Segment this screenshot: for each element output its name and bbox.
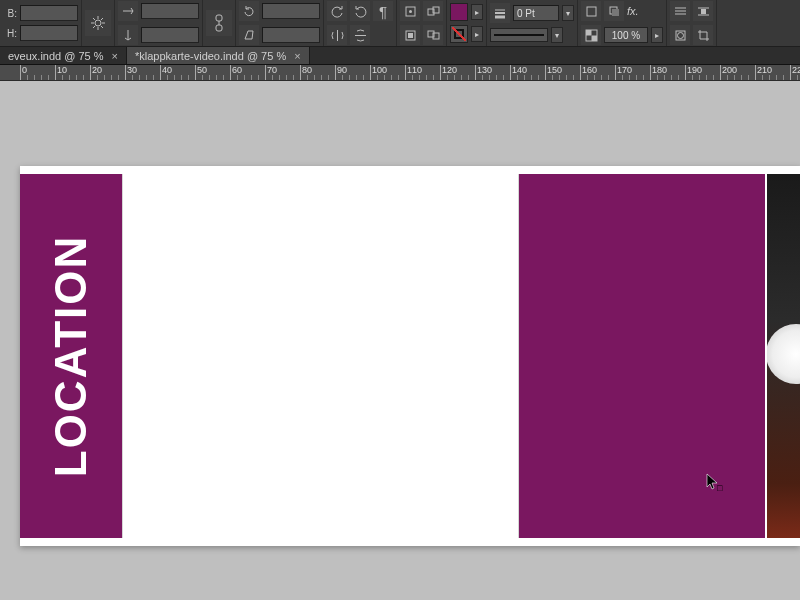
wrap-invert-icon[interactable] (670, 25, 690, 45)
document-tabs: eveux.indd @ 75 % × *klappkarte-video.in… (0, 47, 800, 65)
svg-rect-32 (701, 9, 706, 14)
svg-point-36 (677, 32, 683, 38)
ruler-tick-label: 60 (232, 65, 242, 75)
ruler-tick (160, 65, 161, 81)
ruler-tick-label: 30 (127, 65, 137, 75)
rotate-cw-icon[interactable] (350, 1, 370, 21)
left-purple-panel[interactable]: LOCATION (20, 174, 122, 538)
page-bottom-margin (20, 538, 800, 546)
ruler-tick-label: 40 (162, 65, 172, 75)
ruler-tick (265, 65, 266, 81)
center-white-panel[interactable] (122, 174, 519, 538)
canvas-area[interactable]: LOCATION □ (0, 81, 800, 600)
ruler-tick-label: 150 (547, 65, 562, 75)
ruler-tick (90, 65, 91, 81)
rotate-input[interactable] (262, 3, 320, 19)
ruler-tick-label: 10 (57, 65, 67, 75)
rotate-ccw-icon[interactable] (327, 1, 347, 21)
scale-x-icon (118, 1, 138, 21)
scale-y-input[interactable] (141, 27, 199, 43)
object-select-group (397, 0, 447, 46)
svg-rect-23 (587, 7, 596, 16)
svg-line-8 (93, 26, 95, 28)
ruler-tick (545, 65, 546, 81)
flip-v-icon[interactable] (350, 25, 370, 45)
appearance-toggle-group (82, 0, 115, 46)
ruler-tick-label: 190 (687, 65, 702, 75)
stroke-style-dropdown-icon[interactable]: ▾ (551, 27, 563, 43)
close-icon[interactable]: × (294, 50, 300, 62)
opacity-dropdown-icon[interactable]: ▸ (651, 27, 663, 43)
svg-point-13 (409, 10, 412, 13)
document-tab[interactable]: *klappkarte-video.indd @ 75 % × (127, 47, 310, 64)
svg-rect-27 (586, 30, 592, 36)
select-prev-icon[interactable] (423, 1, 443, 21)
svg-line-5 (93, 18, 95, 20)
ruler-tick (335, 65, 336, 81)
crop-icon[interactable] (693, 25, 713, 45)
fill-swatch[interactable] (450, 3, 468, 21)
ruler-tick (475, 65, 476, 81)
corner-options-icon[interactable] (581, 1, 601, 21)
ruler-tick (685, 65, 686, 81)
link-icon[interactable] (206, 10, 232, 36)
svg-rect-10 (216, 25, 222, 31)
photo-sliver[interactable] (767, 174, 800, 538)
text-wrap-group (667, 0, 717, 46)
page-top-margin (20, 166, 800, 174)
scale-x-input[interactable] (141, 3, 199, 19)
svg-line-7 (101, 18, 103, 20)
close-icon[interactable]: × (112, 50, 118, 62)
document-tab-label: eveux.indd @ 75 % (8, 50, 104, 62)
height-input[interactable] (20, 25, 78, 41)
select-next-icon[interactable] (423, 25, 443, 45)
svg-line-6 (101, 26, 103, 28)
right-purple-panel[interactable] (519, 174, 765, 538)
paragraph-icon[interactable]: ¶ (373, 1, 393, 21)
document-page[interactable]: LOCATION (20, 166, 800, 546)
stroke-weight-dropdown-icon[interactable]: ▾ (562, 5, 574, 21)
ruler-tick (510, 65, 511, 81)
ruler-tick (125, 65, 126, 81)
document-tab[interactable]: eveux.indd @ 75 % × (0, 47, 127, 64)
fill-dropdown-icon[interactable]: ▸ (471, 4, 483, 20)
stroke-weight-input[interactable] (513, 5, 559, 21)
ruler-tick-label: 180 (652, 65, 667, 75)
wrap-around-icon[interactable] (693, 1, 713, 21)
ruler-tick-label: 110 (407, 65, 422, 75)
ruler-tick-label: 220 (792, 65, 800, 75)
flip-h-icon[interactable] (327, 25, 347, 45)
ruler-tick (195, 65, 196, 81)
ruler-tick (300, 65, 301, 81)
scale-fields-group (115, 0, 203, 46)
ruler-tick-label: 130 (477, 65, 492, 75)
drop-shadow-icon[interactable] (604, 1, 624, 21)
scale-y-icon (118, 25, 138, 45)
stroke-dropdown-icon[interactable]: ▸ (471, 26, 483, 42)
size-fields-group: B: H: (0, 0, 82, 46)
ruler-tick-label: 70 (267, 65, 277, 75)
ruler-tick-label: 200 (722, 65, 737, 75)
control-bar: B: H: (0, 0, 800, 47)
ruler-tick-label: 120 (442, 65, 457, 75)
wrap-none-icon[interactable] (670, 1, 690, 21)
select-content-icon[interactable] (400, 25, 420, 45)
ruler-tick (405, 65, 406, 81)
stroke-style-preview[interactable] (490, 28, 548, 42)
ruler-tick (370, 65, 371, 81)
horizontal-ruler[interactable]: 0102030405060708090100110120130140150160… (0, 65, 800, 81)
shear-input[interactable] (262, 27, 320, 43)
rotate-flip-group: ¶ (324, 0, 397, 46)
fx-label[interactable]: fx. (627, 5, 639, 17)
width-input[interactable] (20, 5, 78, 21)
stroke-swatch[interactable] (450, 25, 468, 43)
rotate-icon (239, 1, 259, 21)
opacity-input[interactable] (604, 27, 648, 43)
constrain-group (203, 0, 236, 46)
select-container-icon[interactable] (400, 1, 420, 21)
appearance-icon[interactable] (85, 10, 111, 36)
ruler-tick (790, 65, 791, 81)
ruler-tick (720, 65, 721, 81)
stroke-weight-icon (490, 3, 510, 23)
ruler-tick-label: 160 (582, 65, 597, 75)
